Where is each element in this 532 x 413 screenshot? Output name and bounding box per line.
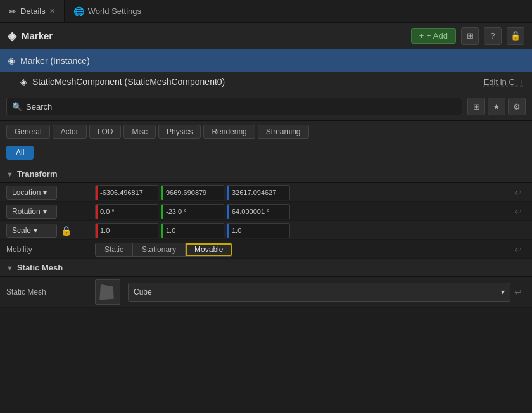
static-mesh-arrow-icon: ▼ <box>6 264 13 272</box>
location-y-field[interactable] <box>161 185 224 200</box>
location-dropdown-arrow: ▾ <box>43 188 47 197</box>
mesh-dropdown-arrow: ▾ <box>501 288 505 296</box>
marker-instance-left: ◈ Marker (Instance) <box>8 54 90 67</box>
scale-lock-icon[interactable]: 🔒 <box>61 226 72 236</box>
filter-tab-physics[interactable]: Physics <box>158 125 201 139</box>
rotation-value-cell <box>95 204 510 219</box>
mobility-label-cell: Mobility <box>6 245 95 254</box>
mobility-label: Mobility <box>6 245 32 254</box>
add-icon: + <box>419 31 424 41</box>
transform-section-header[interactable]: ▼ Transform <box>0 165 532 183</box>
component-section: ◈ Marker (Instance) ◈ StaticMeshComponen… <box>0 49 532 92</box>
scale-z-input[interactable] <box>229 224 289 238</box>
search-actions: ⊞ ★ ⚙ <box>467 98 526 115</box>
add-button[interactable]: + + Add <box>411 28 456 44</box>
rotation-label-cell: Rotation ▾ <box>6 205 95 219</box>
rotation-z-input[interactable] <box>229 205 289 219</box>
location-y-input[interactable] <box>163 186 224 200</box>
all-row: All <box>0 143 532 165</box>
static-mesh-label: Static Mesh <box>6 288 46 296</box>
gear-icon: ⚙ <box>513 102 521 111</box>
search-input[interactable] <box>26 102 457 111</box>
scale-z-field[interactable] <box>227 223 290 238</box>
location-z-input[interactable] <box>229 186 289 200</box>
marker-icon: ◈ <box>8 29 16 43</box>
mobility-value-cell: Static Stationary Movable <box>95 243 510 257</box>
marker-instance-label: Marker (Instance) <box>20 56 90 66</box>
edit-cpp-button[interactable]: Edit in C++ <box>484 77 524 87</box>
scale-y-field[interactable] <box>161 223 224 238</box>
rotation-z-field[interactable] <box>227 204 290 219</box>
add-label: + Add <box>426 31 448 41</box>
static-mesh-reset[interactable]: ↩ <box>510 287 526 297</box>
rotation-x-input[interactable] <box>98 205 158 219</box>
static-mesh-value-row: Static Mesh Cube ▾ ↩ <box>0 277 532 308</box>
scale-row: Scale ▾ 🔒 <box>0 221 532 240</box>
panel-title: Marker <box>22 30 53 41</box>
details-tab-close[interactable]: ✕ <box>49 7 55 15</box>
favorites-button[interactable]: ★ <box>488 98 505 115</box>
rotation-y-input[interactable] <box>163 205 224 219</box>
static-mesh-section-header[interactable]: ▼ Static Mesh <box>0 259 532 277</box>
filter-tab-rendering[interactable]: Rendering <box>203 125 255 139</box>
marker-instance-row[interactable]: ◈ Marker (Instance) <box>0 49 532 72</box>
static-mesh-component-row[interactable]: ◈ StaticMeshComponent (StaticMeshCompone… <box>0 72 532 92</box>
search-section: 🔍 ⊞ ★ ⚙ <box>0 92 532 121</box>
scale-y-input[interactable] <box>163 224 224 238</box>
grid-view-button[interactable]: ⊞ <box>467 98 485 115</box>
location-dropdown[interactable]: Location ▾ <box>6 186 57 200</box>
rotation-row: Rotation ▾ ↩ <box>0 202 532 221</box>
transform-section-label: Transform <box>17 169 58 179</box>
star-icon: ★ <box>493 102 500 111</box>
scale-dropdown[interactable]: Scale ▾ <box>6 224 57 238</box>
tab-world-settings[interactable]: 🌐 World Settings <box>65 0 150 22</box>
tab-bar: ✏ Details ✕ 🌐 World Settings <box>0 0 532 23</box>
location-x-input[interactable] <box>98 186 158 200</box>
main-content: ▼ Transform Location ▾ ↩ <box>0 165 532 413</box>
location-reset[interactable]: ↩ <box>510 187 526 198</box>
static-mesh-label-cell: Static Mesh <box>6 288 95 296</box>
rotation-x-field[interactable] <box>95 204 158 219</box>
mesh-thumbnail <box>95 279 120 305</box>
search-input-wrap: 🔍 <box>6 98 462 115</box>
help-button[interactable]: ? <box>484 27 502 45</box>
blueprint-button[interactable]: ⊞ <box>461 27 479 45</box>
scale-x-input[interactable] <box>98 224 158 238</box>
location-x-field[interactable] <box>95 185 158 200</box>
grid-icon: ⊞ <box>473 102 480 111</box>
location-row: Location ▾ ↩ <box>0 183 532 202</box>
static-mesh-component-left: ◈ StaticMeshComponent (StaticMeshCompone… <box>20 77 225 87</box>
world-settings-tab-label: World Settings <box>88 6 141 16</box>
scale-value-cell <box>95 223 526 238</box>
edit-cpp-label: Edit in C++ <box>484 77 524 87</box>
filter-tab-streaming[interactable]: Streaming <box>258 125 309 139</box>
mesh-dropdown[interactable]: Cube ▾ <box>128 283 510 302</box>
mobility-movable-button[interactable]: Movable <box>186 243 232 256</box>
search-icon: 🔍 <box>12 102 22 111</box>
rotation-reset[interactable]: ↩ <box>510 206 526 217</box>
mobility-static-button[interactable]: Static <box>96 243 133 256</box>
tab-details[interactable]: ✏ Details ✕ <box>0 0 65 22</box>
settings-button[interactable]: ⚙ <box>508 98 526 115</box>
panel-header: ◈ Marker + + Add ⊞ ? 🔓 <box>0 23 532 49</box>
location-label-cell: Location ▾ <box>6 186 95 200</box>
filter-tab-lod[interactable]: LOD <box>89 125 122 139</box>
location-z-field[interactable] <box>227 185 290 200</box>
details-tab-icon: ✏ <box>9 6 16 16</box>
lock-button[interactable]: 🔓 <box>507 27 524 45</box>
rotation-dropdown[interactable]: Rotation ▾ <box>6 205 57 219</box>
static-mesh-component-icon: ◈ <box>20 77 27 87</box>
filter-tabs: General Actor LOD Misc Physics Rendering… <box>0 121 532 143</box>
all-filter-button[interactable]: All <box>6 146 34 160</box>
filter-tab-misc[interactable]: Misc <box>124 125 156 139</box>
marker-instance-icon: ◈ <box>8 54 15 67</box>
filter-tab-actor[interactable]: Actor <box>53 125 87 139</box>
scale-label-cell: Scale ▾ 🔒 <box>6 224 95 238</box>
help-icon: ? <box>490 31 495 41</box>
mobility-stationary-button[interactable]: Stationary <box>133 243 186 256</box>
blueprint-icon: ⊞ <box>467 31 474 41</box>
mobility-reset[interactable]: ↩ <box>510 245 526 255</box>
scale-x-field[interactable] <box>95 223 158 238</box>
rotation-y-field[interactable] <box>161 204 224 219</box>
filter-tab-general[interactable]: General <box>6 125 50 139</box>
